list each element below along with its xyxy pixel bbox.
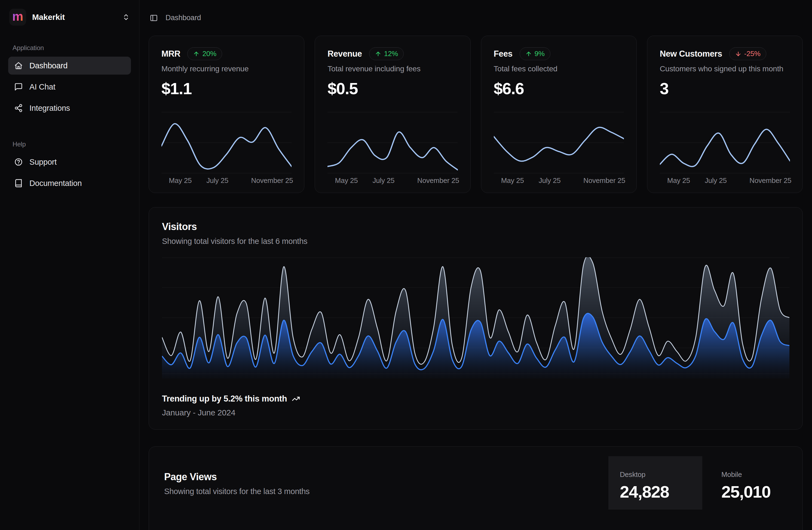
stat-title: Fees bbox=[494, 49, 512, 59]
book-icon bbox=[14, 179, 23, 188]
trend-badge: 20% bbox=[187, 47, 222, 60]
x-tick: May 25 bbox=[169, 176, 192, 185]
sparkline-chart bbox=[660, 112, 790, 174]
sidebar-item-documentation[interactable]: Documentation bbox=[8, 174, 131, 192]
sparkline-x-axis: May 25 July 25 November 25 bbox=[161, 176, 292, 186]
stat-card-revenue: Revenue 12% Total revenue including fees… bbox=[315, 35, 470, 193]
home-icon bbox=[14, 61, 23, 70]
page-views-header: Page Views Showing total visitors for th… bbox=[149, 447, 802, 510]
trend-badge: 9% bbox=[520, 47, 550, 60]
sidebar-nav-application: Dashboard AI Chat Integrations bbox=[8, 57, 131, 117]
x-tick: May 25 bbox=[335, 176, 358, 185]
sparkline-x-axis: May 25 July 25 November 25 bbox=[494, 176, 624, 186]
trend-badge-value: 9% bbox=[535, 49, 545, 58]
trend-badge-value: 20% bbox=[202, 49, 216, 58]
visitors-trend-text: Trending up by 5.2% this month bbox=[162, 394, 287, 404]
sidebar-item-support[interactable]: Support bbox=[8, 153, 131, 171]
page-views-desktop-toggle[interactable]: Desktop 24,828 bbox=[608, 456, 702, 510]
sidebar-item-label: Integrations bbox=[29, 104, 70, 113]
mobile-label: Mobile bbox=[721, 470, 802, 479]
stat-subtitle: Total revenue including fees bbox=[328, 65, 458, 73]
visitors-footer: Trending up by 5.2% this month January -… bbox=[162, 394, 789, 417]
x-tick: July 25 bbox=[372, 176, 394, 185]
page-views-toggle-group: Desktop 24,828 Mobile 25,010 bbox=[608, 456, 802, 510]
sparkline-x-axis: May 25 July 25 November 25 bbox=[328, 176, 458, 186]
arrow-up-icon bbox=[375, 51, 381, 57]
stat-value: 3 bbox=[660, 79, 790, 98]
x-tick: November 25 bbox=[417, 176, 459, 185]
sparkline-chart bbox=[161, 112, 292, 174]
sidebar-nav-help: Support Documentation bbox=[8, 153, 131, 192]
share-icon bbox=[14, 104, 23, 112]
panel-left-icon[interactable] bbox=[150, 14, 158, 22]
x-tick: November 25 bbox=[749, 176, 791, 185]
breadcrumb-current-page: Dashboard bbox=[165, 14, 201, 22]
visitors-area-chart bbox=[162, 257, 789, 379]
stat-title: New Customers bbox=[660, 49, 722, 59]
arrow-up-icon bbox=[193, 51, 200, 57]
x-tick: November 25 bbox=[583, 176, 625, 185]
sidebar-section-application: Application bbox=[13, 44, 131, 52]
help-circle-icon bbox=[14, 158, 23, 166]
stat-card-mrr: MRR 20% Monthly recurring revenue $1.1 M… bbox=[149, 35, 304, 193]
arrow-down-icon bbox=[735, 51, 741, 57]
x-tick: November 25 bbox=[251, 176, 293, 185]
makerkit-logo: m bbox=[9, 9, 26, 26]
sparkline-chart bbox=[328, 112, 458, 174]
x-tick: May 25 bbox=[501, 176, 524, 185]
sidebar-item-label: Support bbox=[29, 158, 57, 167]
x-tick: July 25 bbox=[539, 176, 561, 185]
stat-title: Revenue bbox=[328, 49, 362, 59]
arrow-up-icon bbox=[525, 51, 532, 57]
sidebar-item-dashboard[interactable]: Dashboard bbox=[8, 57, 131, 75]
workspace-selector[interactable]: m Makerkit bbox=[8, 8, 131, 26]
sidebar-item-ai-chat[interactable]: AI Chat bbox=[8, 78, 131, 96]
chat-icon bbox=[14, 83, 23, 91]
sparkline-chart bbox=[494, 112, 624, 174]
sidebar-item-label: Documentation bbox=[29, 179, 82, 188]
sparkline-x-axis: May 25 July 25 November 25 bbox=[660, 176, 790, 186]
stat-value: $0.5 bbox=[328, 79, 458, 98]
workspace-name: Makerkit bbox=[32, 13, 65, 22]
chevrons-up-down-icon bbox=[122, 13, 130, 21]
stats-grid: MRR 20% Monthly recurring revenue $1.1 M… bbox=[149, 35, 803, 193]
x-tick: July 25 bbox=[206, 176, 228, 185]
stat-title: MRR bbox=[161, 49, 180, 59]
page-views-title: Page Views bbox=[164, 471, 608, 483]
page-views-mobile-toggle[interactable]: Mobile 25,010 bbox=[702, 456, 802, 510]
sidebar-item-label: Dashboard bbox=[29, 61, 68, 70]
sidebar-section-help: Help bbox=[13, 141, 131, 148]
stat-card-new-customers: New Customers -25% Customers who signed … bbox=[647, 35, 803, 193]
sidebar: m Makerkit Application Dashboard AI Chat… bbox=[0, 0, 140, 530]
desktop-label: Desktop bbox=[620, 470, 702, 479]
trend-badge: -25% bbox=[729, 47, 766, 60]
trend-badge-value: -25% bbox=[744, 49, 760, 58]
trending-up-icon bbox=[292, 395, 300, 403]
stat-subtitle: Total fees collected bbox=[494, 65, 624, 73]
page-views-subtitle: Showing total visitors for the last 3 mo… bbox=[164, 487, 608, 496]
mobile-value: 25,010 bbox=[721, 482, 802, 501]
stat-card-fees: Fees 9% Total fees collected $6.6 May 25… bbox=[481, 35, 637, 193]
trend-badge: 12% bbox=[369, 47, 404, 60]
stat-value: $1.1 bbox=[161, 79, 292, 98]
stat-subtitle: Customers who signed up this month bbox=[660, 65, 790, 73]
desktop-value: 24,828 bbox=[620, 482, 702, 501]
trend-badge-value: 12% bbox=[384, 49, 398, 58]
visitors-period-text: January - June 2024 bbox=[162, 408, 789, 417]
stat-subtitle: Monthly recurring revenue bbox=[161, 65, 292, 73]
sidebar-item-label: AI Chat bbox=[29, 83, 55, 91]
visitors-card: Visitors Showing total visitors for the … bbox=[149, 207, 803, 430]
stat-value: $6.6 bbox=[494, 79, 624, 98]
breadcrumb: Dashboard bbox=[150, 14, 803, 22]
x-tick: May 25 bbox=[667, 176, 690, 185]
visitors-subtitle: Showing total visitors for the last 6 mo… bbox=[162, 237, 789, 246]
sidebar-item-integrations[interactable]: Integrations bbox=[8, 99, 131, 117]
page-views-card: Page Views Showing total visitors for th… bbox=[149, 446, 803, 530]
main-content: Dashboard MRR 20% Monthly recurring reve… bbox=[140, 0, 812, 530]
x-tick: July 25 bbox=[705, 176, 727, 185]
visitors-title: Visitors bbox=[162, 221, 789, 232]
